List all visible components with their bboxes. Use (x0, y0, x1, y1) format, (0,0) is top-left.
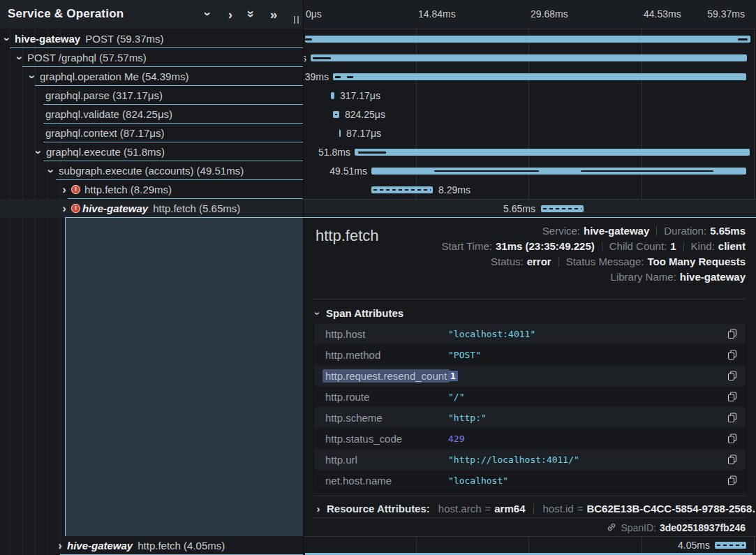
attribute-key: http.request.resend_count (323, 369, 450, 383)
meta-label: Child Count: (609, 240, 667, 252)
bar-duration-label: 54.39ms (304, 71, 329, 83)
tree-row-graphql-parse[interactable]: graphql.parse (317.17μs) (0, 86, 304, 105)
span-bar-post-graphql[interactable] (311, 54, 747, 61)
span-id-value: 3de02518937fb246 (660, 522, 746, 533)
attribute-value: "http://localhost:4011/" (448, 454, 579, 465)
attribute-row[interactable]: http.method "POST" (314, 344, 746, 365)
bar-duration-label: 87.17μs (346, 128, 381, 140)
panel-divider[interactable] (303, 0, 304, 555)
meta-label: Duration: (664, 225, 706, 237)
span-attributes-header[interactable]: › Span Attributes (313, 307, 403, 319)
attribute-row[interactable]: net.host.name "localhost" (314, 470, 746, 491)
resource-attributes-header[interactable]: › Resource Attributes: host.arch = arm64… (313, 500, 756, 517)
span-bar-graphql-validate[interactable] (333, 111, 339, 118)
span-label: http.fetch (5.65ms) (153, 202, 240, 214)
panel-resize-handle[interactable] (294, 16, 299, 24)
chevron-right-icon[interactable]: › (59, 184, 69, 195)
time-ruler: 0μs 14.84ms 29.68ms 44.53ms 59.37ms (304, 0, 756, 29)
span-bar-http-fetch-2[interactable] (715, 542, 746, 549)
bar-duration-label: 824.25μs (345, 109, 385, 121)
attribute-row[interactable]: http.url "http://localhost:4011/" (314, 449, 746, 470)
tree-row-http-fetch-selected[interactable]: › ! hive-gateway http.fetch (5.65ms) (0, 199, 304, 218)
span-bar-http-fetch-1[interactable] (371, 186, 433, 193)
tree-header: Service & Operation › › » » (0, 0, 304, 29)
attribute-value: 1 (448, 371, 458, 381)
collapse-all-icon[interactable]: » (246, 8, 258, 20)
span-bar-graphql-execute[interactable] (355, 149, 750, 156)
span-tree-panel: Service & Operation › › » » › hive-gatew… (0, 0, 304, 555)
copy-icon[interactable] (727, 350, 737, 360)
span-label: http.fetch (4.05ms) (138, 540, 225, 552)
detail-meta-line: Status:errorStatus Message:Too Many Requ… (441, 254, 746, 269)
meta-value: 31ms (23:35:49.225) (496, 240, 595, 252)
chevron-down-icon[interactable]: › (34, 147, 45, 157)
tree-row-post-graphql[interactable]: › POST /graphql (57.57ms) (0, 48, 304, 67)
tree-row-operation-me[interactable]: › graphql.operation Me (54.39ms) (0, 67, 304, 86)
bar-duration-label: 49.51ms (318, 165, 367, 177)
chevron-down-icon[interactable]: › (27, 72, 38, 82)
collapse-one-level-icon[interactable]: › (202, 8, 215, 20)
meta-separator (683, 242, 684, 251)
resource-attributes-title: Resource Attributes: (327, 503, 430, 515)
copy-icon[interactable] (727, 434, 737, 444)
attribute-key: http.url (325, 454, 448, 466)
chevron-right-icon[interactable]: › (55, 540, 65, 552)
meta-value: Too Many Requests (647, 256, 746, 267)
copy-icon[interactable] (727, 371, 737, 381)
span-bar-operation-me[interactable] (333, 73, 746, 80)
expand-all-icon[interactable]: » (267, 8, 280, 20)
grid-line (754, 0, 755, 218)
meta-label: Kind: (691, 240, 715, 252)
meta-label: Service: (542, 225, 580, 237)
attribute-key: http.status_code (325, 433, 448, 445)
copy-icon[interactable] (727, 392, 737, 402)
detail-meta-line: Service:hive-gatewayDuration:5.65ms (441, 223, 746, 239)
span-bar-graphql-context[interactable] (339, 130, 341, 137)
span-bar-root[interactable] (305, 36, 750, 43)
tree-row-graphql-execute[interactable]: › graphql.execute (51.8ms) (0, 142, 304, 161)
attribute-row[interactable]: http.host "localhost:4011" (314, 323, 746, 344)
chevron-down-icon[interactable]: › (2, 34, 13, 44)
span-label: POST /graphql (57.57ms) (27, 52, 147, 64)
copy-icon[interactable] (727, 454, 737, 465)
span-bar-subgraph-execute[interactable] (371, 168, 746, 175)
span-bar-http-fetch-selected[interactable] (541, 205, 584, 212)
trace-viewer-window: Service & Operation › › » » › hive-gatew… (0, 0, 756, 555)
service-name: hive-gateway (15, 33, 80, 45)
copy-icon[interactable] (727, 413, 737, 423)
attribute-row[interactable]: http.status_code 429 (314, 428, 746, 449)
bar-duration-label: 5.65ms (487, 203, 535, 215)
span-attributes-table: http.host "localhost:4011" http.method "… (313, 323, 746, 491)
attribute-value: "localhost:4011" (448, 329, 535, 339)
tree-row-subgraph-execute[interactable]: › subgraph.execute (accounts) (49.51ms) (0, 161, 304, 180)
attribute-row[interactable]: http.scheme "http:" (314, 407, 746, 428)
span-id-label: SpanID: (621, 522, 656, 533)
service-name: hive-gateway (67, 540, 133, 552)
tree-toolbar: › › » » (202, 8, 280, 20)
bar-duration-label: 8.29ms (438, 184, 470, 196)
tree-row-root[interactable]: › hive-gateway POST (59.37ms) (0, 29, 304, 48)
span-bar-graphql-parse[interactable] (331, 92, 334, 99)
tree-row-graphql-context[interactable]: graphql.context (87.17μs) (0, 124, 304, 142)
chevron-down-icon[interactable]: › (46, 166, 57, 176)
attribute-row-selected[interactable]: http.request.resend_count 1 (314, 365, 746, 386)
chevron-right-icon[interactable]: › (59, 203, 69, 214)
tree-row-http-fetch-1[interactable]: › ! http.fetch (8.29ms) (0, 180, 304, 199)
span-label: graphql.parse (317.17μs) (45, 89, 163, 101)
span-label: subgraph.execute (accounts) (49.51ms) (59, 165, 244, 177)
bar-segment (305, 38, 312, 40)
equals-sign: = (577, 503, 584, 515)
service-name: hive-gateway (82, 202, 148, 214)
expand-one-level-icon[interactable]: › (224, 8, 237, 20)
bar-duration-label: 4.05ms (661, 540, 710, 552)
divider (313, 517, 746, 518)
copy-icon[interactable] (727, 329, 737, 339)
tree-row-graphql-validate[interactable]: graphql.validate (824.25μs) (0, 105, 304, 124)
bar-segment (358, 151, 386, 154)
chevron-down-icon[interactable]: › (15, 53, 26, 63)
copy-icon[interactable] (727, 475, 737, 486)
ruler-tick: 0μs (306, 8, 322, 20)
attribute-row[interactable]: http.route "/" (314, 386, 746, 407)
grid-line (642, 0, 642, 218)
tree-row-http-fetch-2[interactable]: › hive-gateway http.fetch (4.05ms) (0, 536, 304, 555)
